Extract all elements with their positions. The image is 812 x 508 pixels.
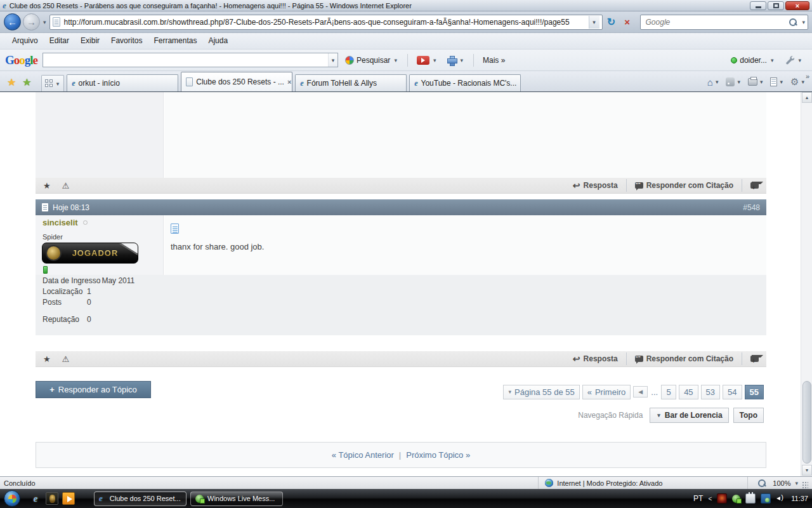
toolbar-settings-dropdown-icon[interactable]: ▾ [797,57,802,64]
next-topic-link[interactable]: Próximo Tópico » [406,450,470,460]
forward-button[interactable]: → [23,13,40,30]
address-dropdown-icon[interactable]: ▾ [589,16,599,29]
post-number-link[interactable]: #548 [743,203,760,212]
multiquote-button[interactable] [750,182,759,189]
search-dropdown-icon[interactable]: ▾ [801,19,806,25]
home-dropdown-icon[interactable]: ▾ [714,79,720,85]
mais-button[interactable]: Mais » [480,54,508,67]
rate-post-icon[interactable]: ★ [43,354,51,364]
post-footer: ★ ⚠ ↩Resposta Responder com Citação [36,178,766,194]
reply-link[interactable]: ↩Resposta [573,180,618,190]
feeds-dropdown-icon[interactable]: ▾ [736,79,742,85]
toolbar-settings-button[interactable]: ▾ [782,53,806,67]
tray-expand-icon[interactable]: < [708,495,712,502]
toolbar-overflow-icon[interactable]: » [806,72,809,80]
page-54-button[interactable]: 54 [723,385,742,399]
page-53-button[interactable]: 53 [701,385,720,399]
forum-jump-dropdown[interactable]: ▾Bar de Lorencia [650,408,728,423]
multiquote-button[interactable] [750,356,759,362]
close-button[interactable]: × [785,1,809,10]
language-indicator[interactable]: PT [693,494,703,503]
tools-dropdown-icon[interactable]: ▾ [800,79,806,85]
clock[interactable]: 11:37 [791,495,808,502]
stop-button[interactable]: × [620,15,634,30]
username-link[interactable]: sinciselit [43,218,88,227]
tab-youtube[interactable]: e YouTube - Racionais MC's... [409,74,521,91]
youtube-dropdown-icon[interactable]: ▾ [432,57,438,64]
youtube-button[interactable]: ▾ [414,54,441,67]
account-button[interactable]: doider... ▾ [728,54,778,67]
add-gadget-button[interactable]: ▾ [444,54,468,67]
report-post-icon[interactable]: ⚠ [62,181,70,190]
scroll-up-button[interactable]: ▲ [802,92,812,103]
pesquisar-button[interactable]: Pesquisar ▾ [342,54,402,67]
top-button[interactable]: Topo [733,408,764,423]
report-post-icon[interactable]: ⚠ [62,354,70,364]
back-button[interactable]: ← [4,13,21,30]
add-favorite-button[interactable]: ★ [19,76,34,91]
add-gadget-dropdown-icon[interactable]: ▾ [459,57,464,64]
page-menu-button[interactable]: ▾ [768,76,787,88]
page-55-current[interactable]: 55 [745,385,764,399]
print-button[interactable]: ▾ [745,77,767,87]
account-dropdown-icon[interactable]: ▾ [769,57,775,64]
quick-launch-game-icon[interactable] [46,492,58,505]
reply-with-quote-link[interactable]: Responder com Citação [635,181,733,190]
rate-post-icon[interactable]: ★ [43,181,51,190]
close-tab-icon[interactable]: × [287,78,291,86]
taskbar-button-ie[interactable]: e Clube dos 250 Reset... [94,491,187,506]
page-select-dropdown[interactable]: ▾Página 55 de 55 [503,385,579,399]
page-5-button[interactable]: 5 [661,385,676,399]
quick-tabs-dropdown-icon[interactable]: ▾ [55,81,61,87]
menu-arquivo[interactable]: Arquivo [6,33,44,49]
taskbar-button-messenger[interactable]: Windows Live Mess... [190,491,283,506]
zoom-dropdown-icon[interactable]: ▾ [794,480,799,486]
tray-volume-icon[interactable] [776,493,786,504]
search-icon[interactable] [789,18,797,26]
google-search-input[interactable] [43,56,328,65]
zoom-control[interactable]: 100% ▾ [747,477,802,489]
reply-with-quote-link[interactable]: Responder com Citação [635,354,733,363]
minimize-button[interactable] [750,1,766,10]
menu-editar[interactable]: Editar [44,33,75,49]
menu-ferramentas[interactable]: Ferramentas [148,33,202,49]
home-button[interactable]: ⌂▾ [705,76,723,89]
menu-favoritos[interactable]: Favoritos [105,33,148,49]
quick-tabs-button[interactable]: ▾ [41,75,65,91]
tray-power-icon[interactable] [745,493,756,504]
menu-exibir[interactable]: Exibir [75,33,105,49]
reply-to-topic-button[interactable]: + Responder ao Tópico [36,381,151,398]
vertical-scrollbar[interactable]: ▲ ▼ [801,92,812,476]
google-search-dropdown-icon[interactable]: ▾ [328,53,337,67]
history-dropdown-icon[interactable]: ▾ [42,19,48,25]
page-dropdown-icon[interactable]: ▾ [778,79,784,85]
restore-button[interactable] [768,1,784,10]
print-dropdown-icon[interactable]: ▾ [759,79,764,85]
quick-launch-media-icon[interactable] [62,492,75,505]
scrollbar-thumb[interactable] [802,381,811,464]
tray-network-icon[interactable] [761,493,771,504]
prev-page-button[interactable]: ◀ [633,386,648,398]
tray-messenger-icon[interactable] [732,495,740,503]
first-page-button[interactable]: «Primeiro [582,385,631,399]
quick-launch-ie-icon[interactable]: e [29,492,42,505]
start-button[interactable] [4,490,20,507]
feeds-button[interactable]: ▾ [723,76,744,88]
address-bar[interactable]: http://forum.mucabrasil.com.br/showthrea… [49,15,603,30]
refresh-button[interactable]: ↻ [605,15,619,30]
page-45-button[interactable]: 45 [679,385,698,399]
pesquisar-dropdown-icon[interactable]: ▾ [393,57,398,64]
url-text[interactable]: http://forum.mucabrasil.com.br/showthrea… [64,18,589,27]
scroll-down-button[interactable]: ▼ [802,465,812,476]
tab-orkut[interactable]: e orkut - início [67,74,178,91]
tab-clube-250-resets[interactable]: Clube dos 250 Resets - ... × [181,72,292,91]
tab-forum-tohell[interactable]: e Fórum ToHell & Allys [295,74,407,91]
google-search-box[interactable]: ▾ [43,53,338,67]
reply-link[interactable]: ↩Resposta [573,354,618,364]
search-input[interactable] [646,18,786,27]
previous-topic-link[interactable]: « Tópico Anterior [332,450,394,460]
search-box[interactable]: ▾ [640,15,808,30]
menu-ajuda[interactable]: Ajuda [202,33,233,49]
favorites-button[interactable]: ★ [4,76,19,91]
tray-game-icon[interactable] [717,493,727,504]
